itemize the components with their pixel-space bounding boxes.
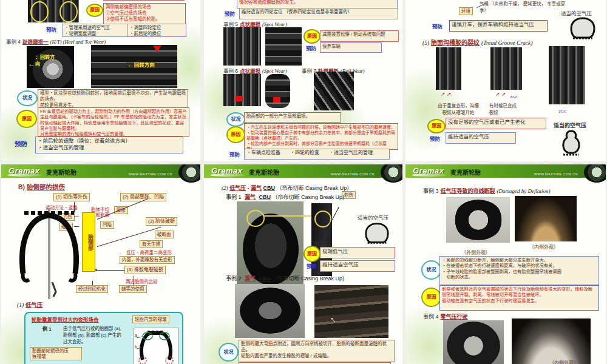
connector-line <box>92 281 93 285</box>
slide-sorter-page: 原因 两侧肩部偏磨损的场合 ①空气压过低的场合 ②使用不适当宽幅的轮胎。 预防 … <box>0 0 607 364</box>
case-title: 点状磨损 <box>240 68 260 74</box>
prevent-label: 预防 <box>46 25 56 33</box>
groove-crack-photo <box>490 47 522 90</box>
status-box: 横型・区块型花纹轮胎回转时，接地面前后磨损不均匀，产生趾与跟磨损的场合。 前轮更… <box>38 89 188 108</box>
prevent-label: 预防 <box>229 150 240 158</box>
case-title: 趾跟磨损一 <box>22 39 49 45</box>
connector-line <box>95 270 124 271</box>
section-title-en: (Tread Groove Crack) <box>481 40 532 46</box>
cause-badge: 原因 <box>86 4 103 17</box>
tread-wear-photo: ← 回转方向 <box>91 45 177 88</box>
section-leak: 漏气 <box>251 185 262 191</box>
tgc-label: TGC <box>558 109 567 114</box>
white-arrow-icon: ↑ <box>327 314 337 325</box>
prevent-label: 预防 <box>430 135 440 142</box>
cause-badge: 原因 <box>421 288 441 307</box>
yellow-arrow-line <box>263 215 316 217</box>
flow-box-cuts: (1) 切伤等外伤 <box>53 193 90 201</box>
zero-pressure-photo <box>443 320 504 364</box>
case-cbu: CBU <box>259 275 271 281</box>
slide-deflation-damage[interactable]: Gremax 麦克斯轮胎 WWW.MAXTIRE.COM.CN 事例 3低气压导… <box>405 164 606 364</box>
prevent-box: 保养车辆 <box>320 42 382 53</box>
deflated-tire-icon <box>558 130 584 157</box>
note-deform: 低压・高荷重＝高变形 <box>126 250 172 255</box>
arrow-left-icon: ◄ <box>93 268 98 272</box>
cbu-closeup-photo: ↑ <box>314 285 388 338</box>
cause-box: 极端低气压 <box>320 247 395 258</box>
highlight-oval <box>30 1 49 22</box>
cause-badge: 原因 <box>16 110 37 128</box>
cause-box: 减震装置松懈 / 制动系统有问题 <box>320 30 399 42</box>
diagram-label-b: b <box>135 345 137 349</box>
broken-bead-photo <box>235 284 305 338</box>
tgc-label: TGC <box>510 95 518 99</box>
case-title-en: (Spot Wear) <box>262 21 287 27</box>
proper-pressure-label: 适当的空气压 <box>561 9 592 16</box>
case-cbu: CBU <box>259 194 271 200</box>
yellow-arrow-icon: ← <box>28 59 35 68</box>
red-marker <box>273 97 280 103</box>
slide-sidewall-damage[interactable]: Gremax 麦克斯轮胎 WWW.MAXTIRE.COM.CN B) 胎侧部的损… <box>1 164 200 364</box>
low-pressure-panel: 轮胎重复受到过大的变形场合 例 1 由于低气压行驶的胎圈部 (a), 胎侧部 (… <box>24 312 183 364</box>
prevent-box: ・管理采用适的空气压 ・轮辋宽度调整 <box>62 24 127 37</box>
inner-wrinkle-box: 轮胎内部的褶皱 <box>132 315 169 323</box>
status-box: 胎面部的一部分产生局部磨损。 <box>244 112 341 123</box>
status-box: ・局部的帘线部分断开，胎侧部大部分发生断开变大。 ・在被撞击状态下的行驶速度和距… <box>439 256 599 285</box>
case-label: 事例 1 <box>226 194 242 200</box>
proper-pressure-label: 适当的空气压 <box>358 214 388 221</box>
case-label: 事例 3 <box>423 188 439 194</box>
slide-spot-wear[interactable]: 情况容易造成偏磨损的发生。 预防 维持适当的四轮定位 （保养四轮定位也是非常重要… <box>204 0 402 161</box>
website-url: WWW.MAXTIRE.COM.CN <box>534 172 578 176</box>
cause-badge: 原因 <box>427 119 446 133</box>
diagram-label-a: a <box>135 333 137 337</box>
brand-name: 麦克斯轮胎 <box>450 167 481 177</box>
tire-pressure-icon <box>568 16 597 39</box>
connector-line <box>134 276 134 285</box>
tire-pressure-icon <box>363 221 391 244</box>
cause-box: ・汽车的车轮轴承和主销有问题的时候，轮胎回转中产生局部不同的磨耗速度。 ・制动装… <box>244 123 398 150</box>
tire-shape <box>240 288 300 334</box>
car-wheel-photo: ：回转方 向 ← <box>27 46 74 88</box>
section-lowpressure: 低气压 <box>229 185 246 191</box>
cause-box: FR 车是后轮的驱动力为主，起到制动力的作用（方向辐所起的作用）容易产生趾与跟磨… <box>38 107 189 136</box>
website-url: WWW.MAXTIRE.COM.CN <box>129 172 172 176</box>
case-label: 事例 4 <box>423 314 439 320</box>
slide-heel-toe-wear[interactable]: 原因 两侧肩部偏磨损的场合 ①空气压过低的场合 ②使用不适当宽幅的轮胎。 预防 … <box>1 0 200 161</box>
flow-box-crack: (4) 橡胶龟裂破损 <box>124 266 166 274</box>
section-label: (5) <box>422 40 429 46</box>
tire-shape <box>453 200 503 240</box>
tire-photo-icon <box>381 164 402 183</box>
red-marker <box>236 96 243 101</box>
section-title: 低气压 <box>25 302 43 308</box>
sidewall-section-box: 胎侧部 <box>82 212 95 272</box>
shoulder-wear-photo <box>28 0 79 22</box>
flow-box-rubber-deform: 内面，外面橡胶有无变形 <box>120 256 175 264</box>
section-letter: B) <box>18 183 25 190</box>
logo-swoosh-icon <box>210 174 245 177</box>
section-cbu: CBU <box>263 185 276 191</box>
photo-caption: （内侧外观） <box>549 359 578 364</box>
spot-wear-photo <box>265 27 302 66</box>
rail-wear-photo <box>314 72 354 110</box>
case-title: 低气压导致的帘线断裂 <box>441 188 495 194</box>
tire-shape <box>447 322 500 364</box>
environment-box: 环境 <box>459 7 473 15</box>
outer-view-photo <box>446 197 510 243</box>
deformed-tire-diagram <box>134 328 178 364</box>
section-label: (1) <box>17 302 24 308</box>
slide-tread-groove-crack[interactable]: 气候 （炎热和干燥， 磨耗更快， 冬季或夏 季） 环境 适当的空气压 预防 谨慎… <box>405 0 606 161</box>
panel-title: 轮胎重复受到过大的变形场合 <box>32 315 99 323</box>
status-badge: 状况 <box>226 112 245 127</box>
cropped-box: 情况容易造成偏磨损的发生。 <box>237 0 398 8</box>
photo-caption: （内侧外观） <box>529 243 558 250</box>
spot-wear-photo <box>223 27 261 66</box>
case-title-en: (Damaged by Deflation) <box>497 188 551 194</box>
slide-cbu[interactable]: Gremax 麦克斯轮胎 WWW.MAXTIRE.COM.CN (2) 低气压 … <box>204 164 402 364</box>
status-badge: 状况 <box>219 343 239 362</box>
inner-view-photo <box>515 196 577 241</box>
dash: - <box>248 185 249 191</box>
case-title: 零气压行驶 <box>441 314 468 320</box>
case-label: 事例 5 <box>223 21 238 27</box>
red-arrow-icon <box>153 46 161 52</box>
section-title: 胎面沟槽胶的裂纹 <box>431 39 480 46</box>
